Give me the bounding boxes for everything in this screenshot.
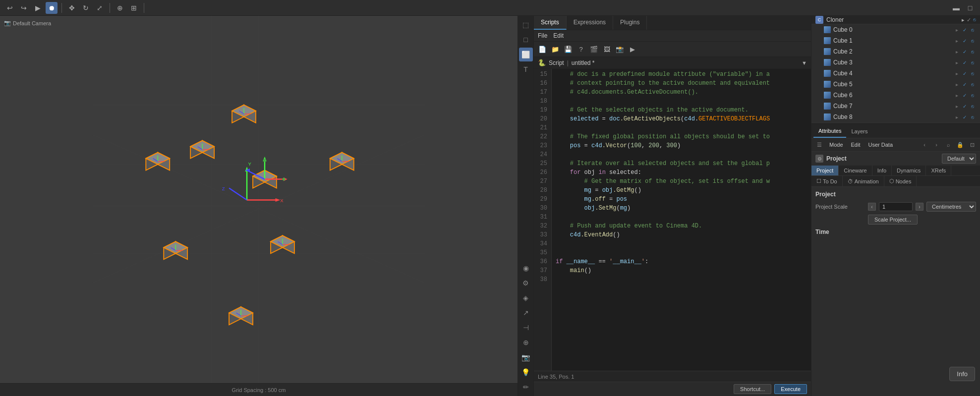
vicon-active[interactable]: ⬜ [519, 48, 533, 61]
object-list-item[interactable]: Cube 7 ▸ ✓ ⎋ [811, 101, 980, 112]
obj-expand-btn[interactable]: ▸ [953, 26, 960, 33]
vicon-tag[interactable]: ◈ [519, 291, 533, 305]
attr-search-btn[interactable]: ⌕ [943, 140, 953, 150]
vicon-globe[interactable]: ⊕ [519, 336, 533, 349]
attr-subtab-cineware[interactable]: Cineware [839, 166, 872, 175]
obj-link-btn[interactable]: ⎋ [969, 48, 976, 55]
code-line[interactable]: mg.off = pos [556, 195, 807, 204]
script-save-btn[interactable]: 💾 [563, 44, 574, 55]
object-list-item[interactable]: Cube 0 ▸ ✓ ⎋ [811, 24, 980, 35]
code-line[interactable] [556, 248, 807, 257]
attr-tab-layers[interactable]: Layers [846, 125, 872, 137]
toolbar-icon-undo[interactable]: ↩ [4, 2, 16, 14]
script-file-name[interactable]: untitled * [572, 59, 595, 66]
project-scale-unit-dropdown[interactable]: Centimetres [926, 202, 976, 212]
attr-tab-attributes[interactable]: Attributes [813, 125, 846, 138]
menu-file[interactable]: File [538, 32, 547, 39]
script-help-btn[interactable]: ? [576, 44, 586, 55]
obj-link-btn[interactable]: ⎋ [969, 26, 976, 33]
code-line[interactable]: mg = obj.GetMg() [556, 186, 807, 195]
code-line[interactable]: # c4d.documents.GetActiveDocument(). [556, 88, 807, 97]
code-line[interactable]: # doc is a predefined module attribute (… [556, 70, 807, 79]
attr-default-dropdown[interactable]: Default [942, 154, 976, 164]
vicon-light[interactable]: 💡 [519, 365, 533, 379]
toolbar-icon-redo[interactable]: ↪ [18, 2, 30, 14]
obj-expand-btn[interactable]: ▸ [953, 48, 960, 55]
code-line[interactable]: # Get the matrix of the object, set its … [556, 177, 807, 186]
attr-subtab-dynamics[interactable]: Dynamics [892, 166, 926, 175]
attr-expand-btn[interactable]: ⊡ [967, 140, 977, 150]
object-list-item[interactable]: Cube 5 ▸ ✓ ⎋ [811, 79, 980, 90]
obj-expand-btn[interactable]: ▸ [953, 113, 960, 120]
script-open-btn[interactable]: 📁 [550, 44, 561, 55]
code-line[interactable] [556, 275, 807, 284]
code-line[interactable]: obj.SetMg(mg) [556, 204, 807, 213]
scale-project-button[interactable]: Scale Project... [868, 215, 918, 225]
obj-check-btn[interactable]: ✓ [961, 92, 968, 99]
obj-link-btn[interactable]: ⎋ [969, 37, 976, 44]
attr-edit-btn[interactable]: Edit [848, 141, 864, 149]
code-line[interactable]: pos = c4d.Vector(100, 200, 300) [556, 141, 807, 150]
shortcut-button[interactable]: Shortcut... [734, 384, 771, 394]
attr-userdata-btn[interactable]: User Data [865, 141, 896, 149]
object-list-item[interactable]: Cube 1 ▸ ✓ ⎋ [811, 35, 980, 46]
vicon-select[interactable]: ⬚ [519, 18, 533, 32]
object-list-item[interactable]: Cube 6 ▸ ✓ ⎋ [811, 90, 980, 101]
code-content[interactable]: # doc is a predefined module attribute (… [552, 69, 811, 371]
toolbar-icon-play[interactable]: ▶ [32, 2, 44, 14]
code-line[interactable]: # Get the selected objects in the active… [556, 106, 807, 114]
script-image-btn[interactable]: 🖼 [601, 44, 612, 55]
code-line[interactable]: # context pointing to the active documen… [556, 79, 807, 88]
attr-lock-btn[interactable]: 🔒 [955, 140, 965, 150]
code-line[interactable] [556, 239, 807, 248]
obj-expand-btn[interactable]: ▸ [953, 59, 960, 66]
object-list-item[interactable]: Cube 4 ▸ ✓ ⎋ [811, 68, 980, 79]
obj-check-btn[interactable]: ✓ [961, 81, 968, 88]
object-list-scrollbar[interactable] [811, 122, 980, 124]
code-line[interactable] [556, 97, 807, 106]
toolbar-icon-grid[interactable]: ⊞ [128, 2, 140, 14]
attr-subtab2-animation[interactable]: ⏱ Animation [843, 176, 884, 186]
object-list-item[interactable]: Cube 3 ▸ ✓ ⎋ [811, 57, 980, 68]
attr-forward-btn[interactable]: › [931, 140, 941, 150]
vicon-paint[interactable]: ✏ [519, 380, 533, 394]
code-line[interactable]: main() [556, 266, 807, 275]
obj-link-btn[interactable]: ⎋ [969, 113, 976, 120]
vicon-magnet[interactable]: ⊣ [519, 321, 533, 335]
tab-plugins[interactable]: Plugins [613, 16, 647, 30]
attr-mode-btn[interactable]: Mode [826, 141, 846, 149]
code-line[interactable] [556, 123, 807, 132]
obj-link-btn[interactable]: ⎋ [969, 81, 976, 88]
code-line[interactable] [556, 213, 807, 222]
obj-expand-btn[interactable]: ▸ [953, 103, 960, 110]
project-scale-value[interactable]: 1 [879, 202, 913, 211]
attr-subtab-project[interactable]: Project [811, 166, 839, 175]
script-play-btn[interactable]: ▶ [627, 44, 638, 55]
tab-scripts[interactable]: Scripts [534, 16, 567, 30]
obj-link-btn[interactable]: ⎋ [969, 59, 976, 66]
toolbar-icon-move[interactable]: ✥ [66, 2, 78, 14]
toolbar-icon-maximize[interactable]: □ [964, 2, 976, 14]
obj-check-btn[interactable]: ✓ [961, 26, 968, 33]
obj-link-btn[interactable]: ⎋ [969, 103, 976, 110]
obj-check-btn[interactable]: ✓ [961, 70, 968, 77]
cloner-check[interactable]: ✓ [967, 17, 971, 23]
obj-check-btn[interactable]: ✓ [961, 113, 968, 120]
vicon-gear[interactable]: ⚙ [519, 276, 533, 290]
attr-subtab2-nodes[interactable]: ⬡ Nodes [884, 176, 917, 186]
vicon-export[interactable]: ↗ [519, 306, 533, 320]
script-new-btn[interactable]: 📄 [537, 44, 548, 55]
scale-increment-btn[interactable]: › [916, 203, 923, 211]
toolbar-icon-scale[interactable]: ⤢ [94, 2, 106, 14]
obj-expand-btn[interactable]: ▸ [953, 81, 960, 88]
cloner-link[interactable]: ⎋ [973, 17, 976, 23]
cloner-expand[interactable]: ▸ [962, 17, 965, 23]
code-line[interactable]: selected = doc.GetActiveObjects(c4d.GETA… [556, 114, 807, 123]
toolbar-icon-minimize[interactable]: ▬ [950, 2, 962, 14]
script-clapboard-btn[interactable]: 🎬 [588, 44, 599, 55]
toolbar-icon-rotate[interactable]: ↻ [80, 2, 92, 14]
obj-link-btn[interactable]: ⎋ [969, 92, 976, 99]
object-list-item[interactable]: Cube 2 ▸ ✓ ⎋ [811, 46, 980, 57]
code-editor[interactable]: 1516171819202122232425262728293031323334… [534, 69, 811, 371]
obj-expand-btn[interactable]: ▸ [953, 37, 960, 44]
